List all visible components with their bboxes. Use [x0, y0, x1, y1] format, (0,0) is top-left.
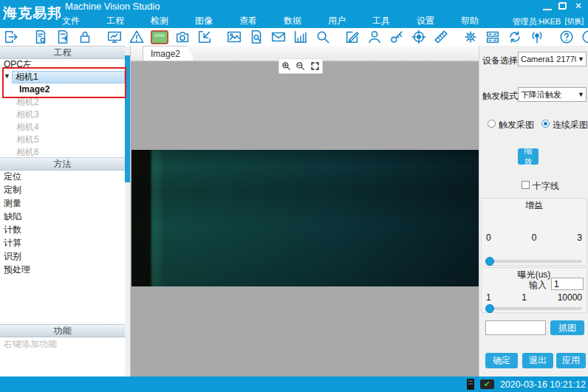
- exposure-input-label: 输入: [529, 279, 547, 292]
- project-section-header: 工程: [0, 46, 125, 59]
- viewer-zoom-toolbar: [278, 58, 323, 74]
- method-item-4[interactable]: 计数: [0, 223, 125, 236]
- viewer-canvas[interactable]: [131, 61, 479, 376]
- menu-item-2[interactable]: 检测: [151, 15, 168, 27]
- gain-value: 0: [532, 233, 537, 243]
- import-icon[interactable]: [196, 29, 213, 45]
- apply-button[interactable]: 应用: [556, 353, 586, 368]
- exposure-slider[interactable]: [486, 307, 582, 310]
- dropdown-arrow-icon: ▼: [576, 55, 586, 63]
- tab-image2[interactable]: Image2: [143, 46, 194, 61]
- method-item-1[interactable]: 定制: [0, 183, 125, 196]
- window-title: Machine Vision Studio: [65, 1, 160, 12]
- admin-user-label: 管理员:HKEB: [512, 16, 561, 27]
- exposure-group: 曝光(us) 输入 1 1 10000: [481, 267, 587, 313]
- close-icon[interactable]: ✕: [573, 1, 584, 10]
- document-settings-icon[interactable]: [33, 29, 49, 45]
- device-select-label: 设备选择: [482, 55, 518, 67]
- method-item-6[interactable]: 识别: [0, 250, 125, 263]
- crosshair-checkbox[interactable]: [522, 181, 530, 189]
- ruler-icon[interactable]: [433, 29, 449, 45]
- export-icon[interactable]: [3, 29, 19, 45]
- zoom-out-icon[interactable]: [295, 61, 306, 72]
- status-datetime: 2020-03-16 10:21:12: [500, 379, 586, 390]
- menu-item-9[interactable]: 帮助: [461, 15, 479, 27]
- tree-expand-arrow-icon[interactable]: ▼: [4, 72, 13, 80]
- continuous-capture-radio-label[interactable]: 连续采图: [553, 119, 588, 131]
- monitor-icon[interactable]: [106, 29, 123, 45]
- lock-icon[interactable]: [77, 29, 93, 45]
- method-item-0[interactable]: 定位: [0, 170, 125, 183]
- gain-title: 增益: [482, 199, 587, 212]
- tree-item-opc[interactable]: OPC左: [0, 58, 125, 71]
- title-bar: 海克易邦 Machine Vision Studio ✕ 文件工程检测图像查看数…: [0, 0, 588, 28]
- exposure-slider-thumb[interactable]: [485, 304, 494, 313]
- menu-item-4[interactable]: 查看: [239, 15, 257, 27]
- antenna-icon[interactable]: [529, 29, 545, 45]
- menu-item-8[interactable]: 设置: [417, 15, 434, 27]
- menu-item-0[interactable]: 文件: [62, 15, 80, 27]
- trigger-mode-label: 触发模式: [482, 90, 518, 103]
- capture-filename-input[interactable]: [485, 320, 546, 335]
- zoom-in-icon[interactable]: [281, 61, 292, 72]
- tree-item-camera-2[interactable]: 相机2: [0, 96, 125, 109]
- user-icon[interactable]: [366, 29, 383, 45]
- exposure-value: 1: [522, 292, 527, 303]
- tree-scrollbar-track[interactable]: [125, 46, 130, 376]
- camera-icon[interactable]: [174, 29, 191, 45]
- brand-logo: 海克易邦: [3, 4, 62, 23]
- device-select-dropdown[interactable]: Camera1 21770( ▼: [518, 52, 587, 66]
- method-item-3[interactable]: 缺陷: [0, 210, 125, 223]
- mail-icon[interactable]: [270, 29, 287, 45]
- switch-user-link[interactable]: [切换]: [564, 16, 584, 27]
- method-item-7[interactable]: 预处理: [0, 263, 125, 276]
- exit-button[interactable]: 退出: [522, 353, 553, 368]
- methods-section-header: 方法: [0, 157, 125, 171]
- image-icon[interactable]: [226, 29, 242, 45]
- minimize-icon[interactable]: [543, 2, 552, 10]
- chart-icon[interactable]: [293, 29, 309, 45]
- target-icon[interactable]: [411, 29, 427, 45]
- tree-item-camera-4[interactable]: 相机4: [0, 121, 125, 134]
- fit-view-icon[interactable]: [310, 61, 321, 72]
- continuous-capture-radio[interactable]: [541, 120, 550, 128]
- tree-item-camera1-selected[interactable]: 相机1: [12, 71, 125, 83]
- menu-item-1[interactable]: 工程: [106, 15, 124, 27]
- gain-slider-thumb[interactable]: [485, 257, 494, 266]
- warning-icon[interactable]: [129, 29, 145, 45]
- menu-item-7[interactable]: 工具: [372, 15, 390, 27]
- info-icon[interactable]: [581, 29, 588, 45]
- menu-item-6[interactable]: 用户: [328, 15, 346, 27]
- exposure-input[interactable]: [551, 278, 584, 290]
- gain-slider[interactable]: [486, 260, 582, 263]
- trigger-capture-radio-label[interactable]: 触发采图: [499, 119, 534, 131]
- document-export-icon[interactable]: [55, 29, 71, 45]
- toolbar: [0, 28, 588, 47]
- trigger-mode-dropdown[interactable]: 下降沿触发 ▼: [518, 87, 587, 102]
- help-icon[interactable]: [558, 29, 575, 45]
- tree-item-image2[interactable]: Image2: [0, 83, 125, 96]
- crosshair-label[interactable]: 十字线: [533, 180, 559, 193]
- tree-item-camera-3[interactable]: 相机3: [0, 109, 125, 121]
- edit-icon[interactable]: [344, 29, 360, 45]
- capture-button[interactable]: 抓图: [550, 320, 584, 335]
- device-select-value: Camera1 21770(: [519, 55, 576, 63]
- menu-item-3[interactable]: 图像: [195, 15, 213, 27]
- key-icon[interactable]: [389, 29, 405, 45]
- camera-active-icon[interactable]: [151, 29, 168, 45]
- tree-item-camera-5[interactable]: 相机5: [0, 134, 125, 146]
- trigger-capture-radio[interactable]: [488, 120, 496, 128]
- gear-icon[interactable]: [462, 29, 479, 45]
- menu-item-5[interactable]: 数据: [284, 15, 301, 27]
- method-item-2[interactable]: 测量: [0, 196, 125, 210]
- zoom-button[interactable]: 缩放: [518, 148, 539, 165]
- method-item-5[interactable]: 计算: [0, 236, 125, 250]
- server-icon[interactable]: [485, 29, 501, 45]
- search-icon[interactable]: [315, 29, 331, 45]
- tree-scrollbar-thumb[interactable]: [125, 55, 130, 182]
- document-search-icon[interactable]: [248, 29, 264, 45]
- restore-icon[interactable]: [558, 2, 567, 10]
- ok-button[interactable]: 确定: [485, 353, 518, 368]
- left-panel: 工程 OPC左 ▼ 相机1 Image2 相机2相机3相机4相机5相机6相机7 …: [0, 46, 131, 376]
- sync-icon[interactable]: [507, 29, 523, 45]
